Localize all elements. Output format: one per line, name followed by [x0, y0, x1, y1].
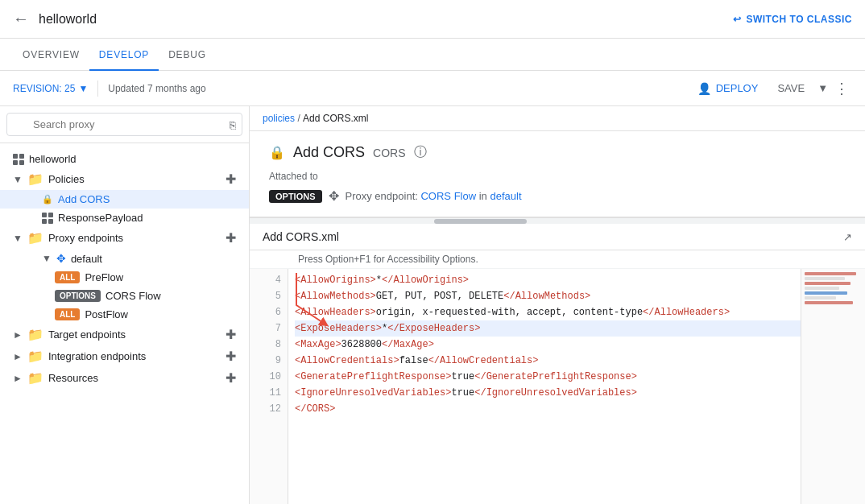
nav-tabs: OVERVIEW DEVELOP DEBUG — [0, 39, 865, 71]
info-icon[interactable]: ⓘ — [414, 144, 427, 161]
back-button[interactable]: ← — [13, 10, 29, 28]
horizontal-scrollbar[interactable] — [250, 217, 865, 224]
switch-icon: ↩ — [733, 14, 742, 25]
attached-row: OPTIONS ✥ Proxy endpoint: CORS Flow in d… — [269, 188, 846, 204]
sidebar-item-response-payload[interactable]: ResponsePayload — [0, 209, 249, 227]
add-integration-endpoint-button[interactable]: ✚ — [226, 349, 236, 364]
tab-develop[interactable]: DEVELOP — [89, 39, 159, 71]
chevron-down-icon: ▼ — [13, 233, 23, 244]
chevron-right-icon: ► — [13, 329, 23, 341]
sidebar-section-policies[interactable]: ▼ 📁 Policies ✚ — [0, 168, 249, 190]
updated-text: Updated 7 months ago — [108, 83, 687, 94]
save-button[interactable]: SAVE — [768, 82, 814, 94]
code-line-5: <AllowMethods>GET, PUT, POST, DELETE</Al… — [295, 288, 859, 304]
code-line-11: <IgnoreUnresolvedVariables>true</IgnoreU… — [295, 385, 859, 401]
search-wrapper: 🔍 — [6, 113, 242, 136]
grid-icon — [13, 154, 24, 165]
editor-hint: Press Option+F1 for Accessibility Option… — [250, 250, 865, 269]
tree-root-item[interactable]: helloworld — [0, 150, 249, 168]
sidebar-section-target-endpoints[interactable]: ► 📁 Target endpoints ✚ — [0, 324, 249, 345]
add-target-endpoint-button[interactable]: ✚ — [226, 327, 236, 342]
code-container: 4 5 6 7 8 9 10 11 12 — [250, 269, 865, 504]
default-link[interactable]: default — [490, 190, 521, 202]
sidebar-item-default[interactable]: ▼ ✥ default — [0, 249, 249, 268]
lock-icon: 🔒 — [269, 145, 285, 160]
chevron-down-icon: ▼ — [78, 83, 88, 94]
minimap-line — [805, 291, 847, 295]
tab-debug[interactable]: DEBUG — [159, 39, 216, 71]
collapse-sidebar-button[interactable]: ⎘ — [223, 112, 242, 137]
sidebar-section-resources[interactable]: ► 📁 Resources ✚ — [0, 367, 249, 389]
tab-overview[interactable]: OVERVIEW — [13, 39, 89, 71]
line-num: 11 — [256, 385, 281, 401]
minimap-line — [805, 282, 851, 285]
all-badge: ALL — [55, 271, 80, 283]
sidebar-section-proxy-endpoints[interactable]: ▼ 📁 Proxy endpoints ✚ — [0, 227, 249, 249]
attached-label: Attached to — [269, 171, 846, 182]
minimap-line — [805, 287, 839, 290]
proxy-endpoint-text: Proxy endpoint: CORS Flow in default — [346, 190, 522, 202]
crossroads-icon: ✥ — [329, 188, 339, 204]
editor-title: Add CORS.xml — [263, 230, 843, 243]
options-badge: OPTIONS — [269, 190, 322, 203]
save-dropdown-button[interactable]: ▼ — [814, 79, 831, 97]
switch-to-classic-button[interactable]: ↩ SWITCH TO CLASSIC — [733, 14, 852, 25]
line-num: 4 — [256, 272, 281, 288]
breadcrumb-separator: / — [297, 113, 300, 124]
scroll-thumb — [434, 219, 527, 224]
line-num: 10 — [256, 369, 281, 385]
chevron-right-icon: ► — [13, 351, 23, 362]
policy-type: CORS — [373, 147, 405, 159]
search-box: 🔍 ⎘ — [0, 106, 249, 143]
file-tree: helloworld ▼ 📁 Policies ✚ 🔒 Add CORS Res… — [0, 143, 249, 504]
toolbar: REVISION: 25 ▼ Updated 7 months ago 👤 DE… — [0, 71, 865, 106]
minimap — [801, 269, 865, 504]
sidebar-item-preflow[interactable]: ALL PreFlow — [0, 268, 249, 287]
chevron-down-icon: ▼ — [13, 174, 23, 185]
code-line-6: <AllowHeaders>origin, x-requested-with, … — [295, 304, 859, 320]
options-badge: OPTIONS — [55, 290, 101, 302]
search-input[interactable] — [6, 113, 242, 136]
minimap-line — [805, 296, 836, 300]
line-numbers: 4 5 6 7 8 9 10 11 12 — [250, 269, 288, 504]
add-resource-button[interactable]: ✚ — [226, 370, 236, 386]
policy-header: 🔒 Add CORS CORS ⓘ Attached to OPTIONS ✥ … — [250, 131, 865, 217]
policy-name: Add CORS — [293, 144, 365, 161]
policy-title-row: 🔒 Add CORS CORS ⓘ — [269, 144, 846, 161]
editor-titlebar: Add CORS.xml ↗ — [250, 224, 865, 250]
chevron-down-icon: ▼ — [42, 253, 52, 264]
breadcrumb-policies-link[interactable]: policies — [263, 113, 295, 124]
expand-icon[interactable]: ↗ — [843, 231, 852, 243]
folder-icon: 📁 — [27, 370, 43, 386]
toolbar-separator — [97, 81, 98, 97]
sidebar-item-add-cors[interactable]: 🔒 Add CORS — [0, 190, 249, 209]
line-num: 5 — [256, 288, 281, 304]
more-options-button[interactable]: ⋮ — [831, 76, 852, 101]
all-badge: ALL — [55, 308, 80, 320]
line-num: 9 — [256, 353, 281, 369]
revision-badge[interactable]: REVISION: 25 ▼ — [13, 83, 88, 94]
line-num: 12 — [256, 401, 281, 417]
code-content[interactable]: <AllowOrigins>*</AllowOrigins> <AllowMet… — [288, 269, 865, 504]
line-num: 8 — [256, 337, 281, 353]
code-line-9: <AllowCredentials>false</AllowCredential… — [295, 353, 859, 369]
cors-flow-link[interactable]: CORS Flow — [420, 190, 476, 202]
folder-icon: 📁 — [27, 171, 43, 187]
sidebar-section-integration-endpoints[interactable]: ► 📁 Integration endpoints ✚ — [0, 345, 249, 367]
sidebar-item-cors-flow[interactable]: OPTIONS CORS Flow — [0, 287, 249, 305]
sidebar-item-postflow[interactable]: ALL PostFlow — [0, 305, 249, 324]
app-header: ← helloworld ↩ SWITCH TO CLASSIC — [0, 0, 865, 39]
editor-section: Add CORS.xml ↗ Press Option+F1 for Acces… — [250, 224, 865, 504]
code-line-7: <ExposeHeaders>*</ExposeHeaders> — [295, 320, 859, 337]
folder-icon: 📁 — [27, 349, 43, 364]
line-num: 7 — [256, 320, 281, 337]
code-line-4: <AllowOrigins>*</AllowOrigins> — [295, 272, 859, 288]
deploy-button[interactable]: 👤 DEPLOY — [688, 82, 768, 95]
crossroads-icon: ✥ — [56, 252, 66, 265]
editor-area[interactable]: 4 5 6 7 8 9 10 11 12 — [250, 269, 865, 504]
add-policy-button[interactable]: ✚ — [226, 171, 236, 187]
code-line-8: ✦ <MaxAge>3628800</MaxAge> — [295, 337, 859, 353]
main-layout: 🔍 ⎘ helloworld ▼ 📁 Policies ✚ 🔒 Add CORS — [0, 106, 865, 504]
minimap-line — [805, 277, 845, 280]
add-proxy-endpoint-button[interactable]: ✚ — [226, 230, 236, 246]
